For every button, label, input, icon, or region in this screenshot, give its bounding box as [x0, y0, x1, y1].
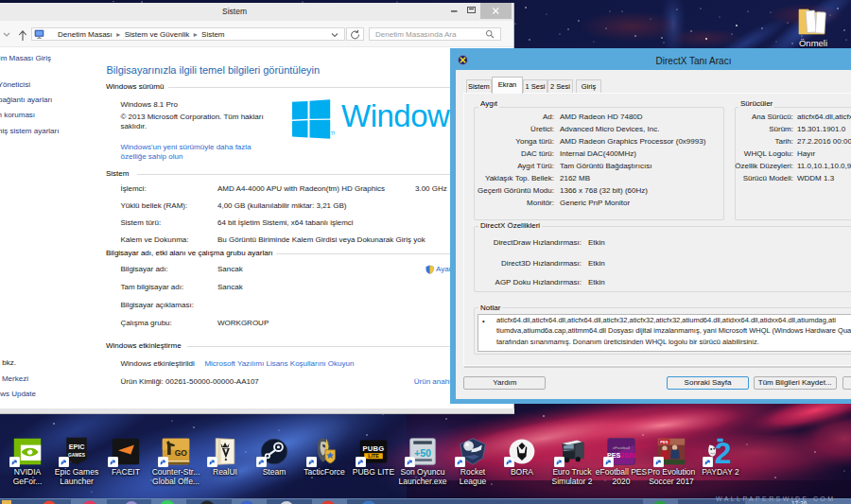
svg-text:GO: GO [175, 448, 188, 458]
svg-text:17:26: 17:26 [791, 500, 808, 504]
svg-text:LITE: LITE [368, 453, 379, 459]
svg-text:eFootball: eFootball [613, 445, 630, 450]
svg-text:WALLPAPERSWIDE.COM: WALLPAPERSWIDE.COM [716, 495, 835, 502]
svg-text:EPIC: EPIC [69, 443, 85, 450]
svg-text:PES: PES [660, 440, 669, 444]
svg-text:+50: +50 [414, 447, 431, 459]
svg-text:GAMES: GAMES [68, 453, 86, 458]
svg-text:TM: TM [331, 131, 335, 136]
svg-text:PUBG: PUBG [363, 444, 385, 453]
